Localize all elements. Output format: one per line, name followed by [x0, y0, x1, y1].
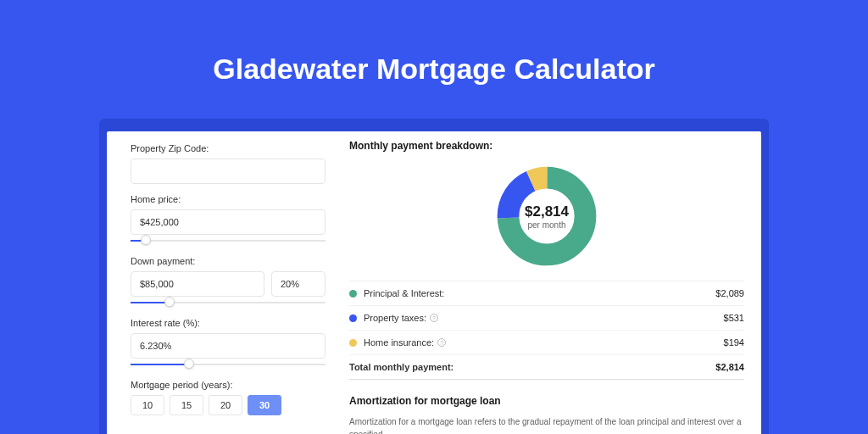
- amortization-text: Amortization for a mortgage loan refers …: [349, 415, 744, 434]
- page-title: Gladewater Mortgage Calculator: [0, 0, 868, 111]
- zip-label: Property Zip Code:: [131, 143, 326, 153]
- rate-slider[interactable]: [131, 358, 326, 370]
- legend-dot: [349, 339, 357, 347]
- down-label: Down payment:: [131, 256, 326, 266]
- down-slider-thumb[interactable]: [164, 297, 175, 307]
- legend-label: Principal & Interest:: [364, 288, 444, 298]
- amortization-section: Amortization for mortgage loan Amortizat…: [349, 395, 744, 434]
- price-slider-thumb[interactable]: [141, 235, 151, 245]
- period-btn-10[interactable]: 10: [131, 395, 164, 415]
- period-group: 10152030: [131, 395, 326, 415]
- donut-sublabel: per month: [527, 220, 565, 230]
- rate-label: Interest rate (%):: [131, 318, 326, 328]
- legend-row-total: Total monthly payment:$2,814: [349, 355, 744, 380]
- donut-amount: $2,814: [525, 203, 569, 220]
- breakdown-title: Monthly payment breakdown:: [349, 140, 744, 152]
- down-slider[interactable]: [131, 296, 326, 308]
- legend-value: $2,089: [715, 288, 744, 298]
- legend-value: $194: [724, 337, 744, 348]
- donut-chart: $2,814 per month: [349, 159, 744, 281]
- period-btn-15[interactable]: 15: [170, 395, 203, 415]
- form-panel: Property Zip Code: Home price: Down paym…: [107, 131, 344, 434]
- info-icon[interactable]: ?: [430, 314, 438, 322]
- legend: Principal & Interest:$2,089Property taxe…: [349, 281, 744, 380]
- total-value: $2,814: [715, 362, 744, 372]
- period-btn-30[interactable]: 30: [248, 395, 281, 415]
- legend-row: Principal & Interest:$2,089: [349, 281, 744, 306]
- legend-row: Property taxes:?$531: [349, 306, 744, 331]
- legend-label: Property taxes:: [364, 313, 426, 323]
- rate-input[interactable]: [131, 333, 326, 359]
- legend-dot: [349, 314, 357, 322]
- price-label: Home price:: [131, 194, 326, 204]
- info-icon[interactable]: ?: [437, 338, 446, 347]
- legend-value: $531: [724, 313, 744, 323]
- price-slider[interactable]: [131, 234, 326, 246]
- legend-label: Home insurance:: [364, 337, 434, 348]
- down-pct-input[interactable]: [271, 271, 326, 297]
- legend-dot: [349, 290, 357, 298]
- breakdown-panel: Monthly payment breakdown: $2,814 per mo…: [344, 131, 761, 434]
- price-input[interactable]: [131, 209, 326, 235]
- calculator-card: Property Zip Code: Home price: Down paym…: [107, 131, 761, 434]
- amortization-title: Amortization for mortgage loan: [349, 395, 744, 407]
- period-label: Mortgage period (years):: [131, 380, 326, 390]
- zip-input[interactable]: [131, 159, 326, 184]
- rate-slider-fill: [131, 364, 189, 365]
- legend-row: Home insurance:?$194: [349, 331, 744, 355]
- total-label: Total monthly payment:: [349, 362, 453, 372]
- down-input[interactable]: [131, 271, 264, 297]
- rate-slider-thumb[interactable]: [184, 359, 194, 369]
- period-btn-20[interactable]: 20: [209, 395, 242, 415]
